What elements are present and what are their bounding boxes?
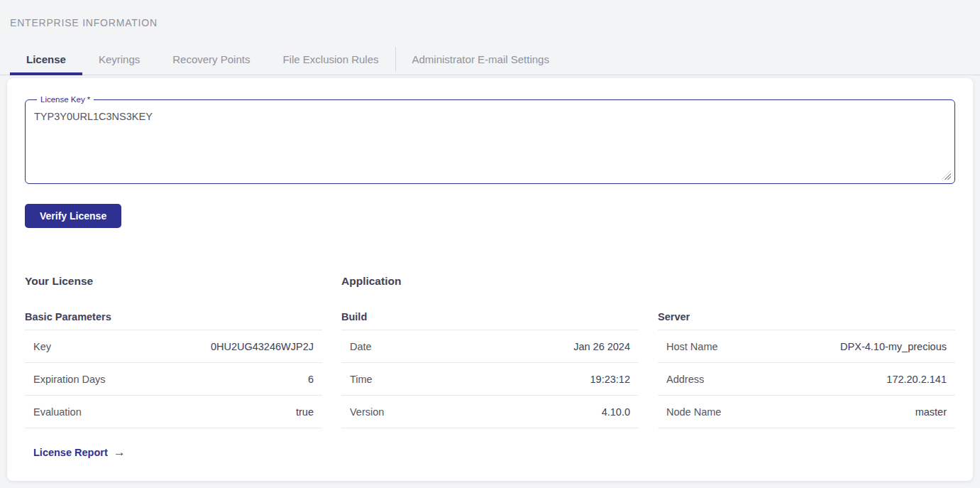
table-row: Node Name master bbox=[658, 396, 955, 428]
server-column: Server Host Name DPX-4.10-my_precious Ad… bbox=[658, 311, 955, 459]
row-label: Key bbox=[33, 341, 51, 352]
table-row: Time 19:23:12 bbox=[341, 363, 639, 396]
page-title: ENTERPRISE INFORMATION bbox=[10, 17, 980, 28]
your-license-title: Your License bbox=[25, 275, 322, 288]
tab-recovery-points[interactable]: Recovery Points bbox=[156, 44, 266, 75]
table-row: Address 172.20.2.141 bbox=[658, 363, 955, 396]
license-key-textarea[interactable]: TYP3Y0URL1C3NS3KEY bbox=[34, 107, 946, 168]
table-row: Host Name DPX-4.10-my_precious bbox=[658, 330, 955, 363]
table-row: Date Jan 26 2024 bbox=[341, 330, 639, 363]
row-value: DPX-4.10-my_precious bbox=[840, 341, 947, 352]
tab-file-exclusion-rules[interactable]: File Exclusion Rules bbox=[266, 44, 395, 75]
build-column: Build Date Jan 26 2024 Time 19:23:12 Ver… bbox=[341, 311, 639, 459]
row-value: 4.10.0 bbox=[602, 406, 630, 418]
tab-license[interactable]: License bbox=[10, 44, 82, 75]
row-label: Expiration Days bbox=[33, 374, 106, 385]
table-row: Key 0HU2UG43246WJP2J bbox=[25, 330, 322, 363]
row-label: Address bbox=[666, 374, 704, 385]
tab-administrator-email-settings[interactable]: Administrator E-mail Settings bbox=[396, 44, 566, 75]
license-panel: License Key * TYP3Y0URL1C3NS3KEY Verify … bbox=[7, 78, 973, 481]
basic-parameters-table: Basic Parameters Key 0HU2UG43246WJP2J Ex… bbox=[25, 311, 322, 428]
table-row: Evaluation true bbox=[25, 396, 322, 428]
row-value: 0HU2UG43246WJP2J bbox=[211, 341, 314, 352]
row-value: 19:23:12 bbox=[590, 374, 630, 385]
build-title: Build bbox=[341, 311, 639, 330]
row-label: Node Name bbox=[666, 406, 721, 418]
license-key-field: License Key * TYP3Y0URL1C3NS3KEY bbox=[25, 95, 955, 184]
info-sections: Your License Application Basic Parameter… bbox=[25, 275, 955, 459]
table-row: Version 4.10.0 bbox=[341, 396, 639, 428]
tab-keyrings[interactable]: Keyrings bbox=[82, 44, 156, 75]
row-label: Time bbox=[350, 374, 373, 385]
basic-parameters-title: Basic Parameters bbox=[25, 311, 322, 330]
arrow-right-icon: → bbox=[114, 446, 126, 458]
license-report-label: License Report bbox=[33, 447, 108, 458]
tab-bar: License Keyrings Recovery Points File Ex… bbox=[0, 44, 980, 75]
server-title: Server bbox=[658, 311, 955, 330]
row-value: 6 bbox=[308, 374, 314, 385]
page-header: ENTERPRISE INFORMATION bbox=[0, 0, 980, 44]
your-license-column: Basic Parameters Key 0HU2UG43246WJP2J Ex… bbox=[25, 311, 322, 459]
row-value: 172.20.2.141 bbox=[886, 374, 947, 385]
row-label: Date bbox=[350, 341, 372, 352]
row-value: Jan 26 2024 bbox=[573, 341, 630, 352]
row-value: true bbox=[296, 406, 314, 418]
row-label: Evaluation bbox=[33, 406, 82, 418]
table-row: Expiration Days 6 bbox=[25, 363, 322, 396]
server-table: Server Host Name DPX-4.10-my_precious Ad… bbox=[658, 311, 955, 428]
build-table: Build Date Jan 26 2024 Time 19:23:12 Ver… bbox=[341, 311, 639, 428]
row-value: master bbox=[915, 406, 947, 418]
license-report-link[interactable]: License Report → bbox=[25, 446, 126, 458]
row-label: Version bbox=[350, 406, 384, 418]
resize-handle-icon[interactable] bbox=[942, 170, 951, 180]
application-title: Application bbox=[341, 275, 955, 288]
license-key-label: License Key * bbox=[37, 95, 94, 104]
row-label: Host Name bbox=[666, 341, 718, 352]
verify-license-button[interactable]: Verify License bbox=[25, 204, 121, 228]
